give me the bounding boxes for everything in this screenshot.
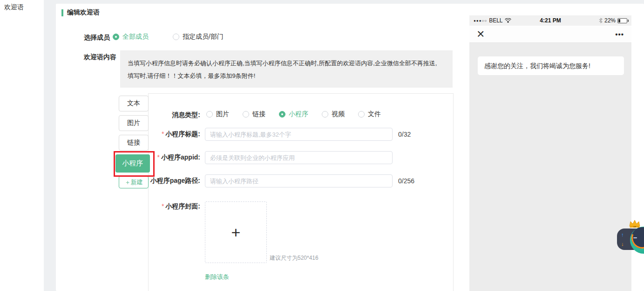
- section-header: 编辑欢迎语: [61, 8, 100, 17]
- notice-box: 当填写小程序信息时请务必确认小程序正确,当填写小程序信息不正确时,所配置的欢迎语…: [120, 50, 453, 88]
- section-accent-bar: [61, 9, 63, 16]
- download-arrow-icon: ↓: [621, 241, 624, 247]
- cover-upload-box[interactable]: +: [205, 201, 267, 263]
- screen: 欢迎语 编辑欢迎语 选择成员 全部成员 指定成员/部门 欢迎语内容 当填写小程序…: [0, 0, 644, 291]
- carrier-label: BELL: [489, 17, 502, 24]
- radio-type-miniprogram[interactable]: 小程序: [279, 110, 308, 118]
- radio-unchecked-icon: [206, 111, 213, 118]
- tab-miniprogram[interactable]: 小程序: [115, 154, 150, 173]
- title-char-counter: 0/32: [398, 131, 411, 138]
- radio-all-members-label: 全部成员: [122, 33, 149, 41]
- svg-text:VIP: VIP: [633, 226, 636, 228]
- tab-link[interactable]: 链接: [119, 135, 149, 151]
- required-asterisk: *: [162, 202, 164, 210]
- radio-specified-members-label: 指定成员/部门: [183, 33, 224, 41]
- battery-percent-label: 22%: [604, 17, 616, 24]
- bluetooth-icon: [599, 18, 603, 23]
- radio-unchecked-icon: [322, 111, 328, 118]
- welcome-message-bubble: 感谢您的关注，我们将竭诚为您服务!: [478, 56, 624, 75]
- miniprogram-cover-label: *小程序封面:: [107, 202, 200, 211]
- radio-type-video[interactable]: 视频: [322, 110, 345, 118]
- radio-unchecked-icon: [358, 111, 365, 118]
- wifi-icon: [505, 18, 511, 23]
- sidebar: 欢迎语: [0, 0, 44, 291]
- radio-type-file[interactable]: 文件: [358, 110, 381, 118]
- vip-crown-icon: VIP: [629, 220, 641, 229]
- clock-label: 4:21 PM: [529, 17, 571, 24]
- required-asterisk: *: [162, 130, 164, 138]
- phone-preview: ●●●○○ BELL 4:21 PM 22%: [469, 15, 631, 291]
- radio-type-miniprogram-label: 小程序: [289, 110, 308, 118]
- radio-checked-icon: [113, 34, 119, 40]
- status-right: 22%: [571, 17, 627, 24]
- radio-type-image[interactable]: 图片: [206, 110, 229, 118]
- plus-icon: +: [231, 224, 241, 240]
- notice-line-2: 填写时,请仔细！！文本必填，最多添加9条附件!: [128, 69, 445, 82]
- radio-unchecked-icon: [243, 111, 249, 118]
- radio-type-link-label: 链接: [252, 110, 265, 118]
- radio-unchecked-icon: [173, 34, 179, 40]
- upload-arrow-icon: ↑: [621, 232, 624, 237]
- add-new-attachment-button[interactable]: ＋新建: [119, 176, 149, 188]
- main-card: 编辑欢迎语 选择成员 全部成员 指定成员/部门 欢迎语内容 当填写小程序信息时请…: [56, 4, 644, 291]
- radio-all-members[interactable]: 全部成员: [113, 33, 149, 41]
- radio-checked-icon: [279, 111, 285, 118]
- member-select-label: 选择成员: [84, 34, 110, 42]
- welcome-content-label: 欢迎语内容: [84, 53, 116, 62]
- cover-size-hint: 建议尺寸为520*416: [270, 254, 319, 262]
- radio-type-image-label: 图片: [216, 110, 229, 118]
- phone-nav-bar: × •••: [469, 26, 631, 43]
- radio-type-link[interactable]: 链接: [243, 110, 265, 118]
- more-menu-icon[interactable]: •••: [615, 30, 624, 38]
- close-icon[interactable]: ×: [477, 28, 484, 41]
- floating-ball-handle: [633, 237, 637, 238]
- member-select-radio-group: 全部成员 指定成员/部门: [113, 33, 224, 41]
- phone-status-bar: ●●●○○ BELL 4:21 PM 22%: [469, 15, 631, 26]
- radio-type-video-label: 视频: [332, 110, 345, 118]
- miniprogram-pagepath-input[interactable]: [205, 174, 393, 187]
- chat-area: 感谢您的关注，我们将竭诚为您服务!: [469, 43, 631, 291]
- status-left: ●●●○○ BELL: [474, 17, 529, 24]
- signal-strength-icon: ●●●○○: [474, 19, 487, 23]
- message-type-radio-group: 图片 链接 小程序 视频 文件: [206, 110, 381, 118]
- delete-attachment-link[interactable]: 删除该条: [205, 273, 229, 281]
- page-title: 编辑欢迎语: [67, 8, 100, 17]
- tab-image[interactable]: 图片: [119, 115, 149, 131]
- required-asterisk: *: [157, 153, 160, 161]
- miniprogram-title-input[interactable]: [205, 128, 393, 141]
- pagepath-char-counter: 0/256: [398, 177, 414, 185]
- sidebar-item-welcome-message[interactable]: 欢迎语: [0, 0, 44, 12]
- radio-specified-members[interactable]: 指定成员/部门: [173, 33, 224, 41]
- notice-line-1: 当填写小程序信息时请务必确认小程序正确,当填写小程序信息不正确时,所配置的欢迎语…: [128, 57, 445, 69]
- battery-icon: [617, 18, 627, 23]
- miniprogram-appid-input[interactable]: [205, 151, 393, 164]
- radio-type-file-label: 文件: [368, 110, 381, 118]
- tab-text[interactable]: 文本: [119, 96, 149, 111]
